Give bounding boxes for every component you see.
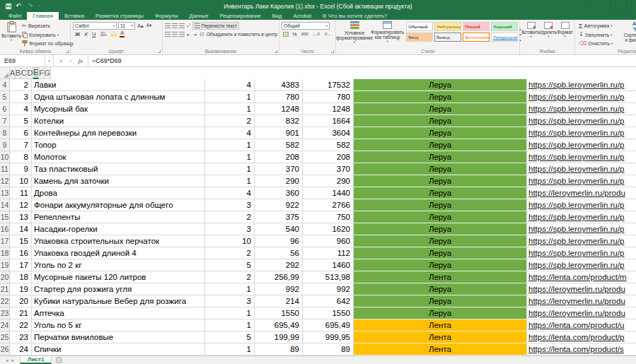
ribbon-tab[interactable]: Рецензирование (214, 12, 267, 20)
dialog-launcher-icon[interactable] (274, 50, 277, 53)
cell-index[interactable]: 5 (10, 115, 32, 127)
cell-item-name[interactable]: Котелки (32, 115, 205, 127)
cell-item-name[interactable]: Репелленты (32, 211, 205, 223)
cell-price[interactable]: 375 (255, 211, 303, 223)
insert-function-button[interactable]: fx (78, 57, 83, 64)
increase-font-button[interactable]: А▴ (137, 23, 144, 29)
cell-quantity[interactable]: 1 (205, 163, 255, 175)
cell-store[interactable]: Леруа (354, 151, 527, 163)
cell-link[interactable]: https://spb.leroymerlin.ru/p (527, 139, 636, 151)
cell-item-name[interactable]: Уголь по 5 кг (32, 319, 205, 331)
format-cells-button[interactable]: Формат ▾ (557, 21, 573, 48)
cell-price[interactable]: 89 (255, 344, 303, 356)
cell-item-name[interactable]: Перчатки виниловые (32, 331, 205, 344)
cell-index[interactable]: 23 (10, 331, 32, 344)
format-as-table-button[interactable]: Форматировать как таблицу ▾ (371, 21, 404, 48)
cell-link[interactable]: https://leroymerlin.ru/produ (527, 307, 636, 319)
cell-price[interactable]: 1248 (255, 103, 303, 115)
cell-quantity[interactable]: 1 (205, 103, 255, 115)
cell-store[interactable]: Леруа (354, 259, 527, 271)
cell-total[interactable]: 3604 (303, 127, 354, 139)
cell-total[interactable]: 642 (303, 295, 354, 307)
row-header[interactable]: 6 (0, 103, 10, 115)
borders-icon[interactable]: ⊞▾ (99, 30, 108, 37)
cell-total[interactable]: 1664 (303, 115, 354, 127)
column-header[interactable]: C (21, 67, 28, 79)
row-header[interactable]: 7 (0, 115, 10, 127)
cell-link[interactable]: https://leroymerlin.ru/produ (527, 283, 636, 295)
cell-price[interactable]: 582 (255, 139, 303, 151)
cell-index[interactable]: 15 (10, 235, 32, 247)
cell-style-chip[interactable]: Обычный (406, 22, 433, 31)
cell-item-name[interactable]: Фонари аккумуляторные для общего (32, 199, 205, 211)
cell-store[interactable]: Леруа (354, 91, 527, 103)
cell-link[interactable]: https://spb.leroymerlin.ru/p (527, 103, 636, 115)
cell-quantity[interactable]: 3 (205, 295, 255, 307)
cell-item-name[interactable]: Мусорные пакеты 120 литров (32, 271, 205, 283)
cell-index[interactable]: 17 (10, 259, 32, 271)
cell-link[interactable]: https://spb.leroymerlin.ru/p (527, 79, 636, 91)
align-right-icon[interactable] (179, 32, 185, 37)
cell-link[interactable]: https://spb.leroymerlin.ru/p (527, 211, 636, 223)
font-family-select[interactable]: Calibri ▾ (73, 22, 117, 30)
number-format-select[interactable]: Общий ▾ (282, 22, 330, 30)
cell-quantity[interactable]: 2 (205, 115, 255, 127)
cell-price[interactable]: 780 (255, 91, 303, 103)
cell-quantity[interactable]: 4 (205, 127, 255, 139)
cell-index[interactable]: 16 (10, 247, 32, 259)
comma-style-button[interactable]: 000 (301, 32, 309, 36)
cell-index[interactable]: 18 (10, 271, 32, 283)
row-header[interactable]: 10 (0, 151, 10, 163)
cell-store[interactable]: Леруа (354, 163, 527, 175)
cancel-icon[interactable]: ✕ (59, 58, 64, 64)
name-box-dropdown[interactable]: ▾ (45, 55, 54, 66)
cell-total[interactable]: 2766 (303, 199, 354, 211)
cell-price[interactable]: 214 (255, 295, 303, 307)
align-left-icon[interactable] (165, 32, 170, 37)
cell-style-chip[interactable]: Нейтральный (434, 22, 461, 31)
cell-link[interactable]: https://spb.leroymerlin.ru/p (527, 247, 636, 259)
cell-index[interactable]: 14 (10, 223, 32, 235)
cell-index[interactable]: 10 (10, 175, 32, 187)
cell-price[interactable]: 290 (255, 175, 303, 187)
cell-link[interactable]: https://spb.leroymerlin.ru/p (527, 115, 636, 127)
cell-index[interactable]: 11 (10, 187, 32, 199)
cell-store[interactable]: Леруа (354, 235, 527, 247)
cell-store[interactable]: Лента (354, 271, 527, 283)
cell-quantity[interactable]: 5 (205, 259, 255, 271)
cell-quantity[interactable]: 2 (205, 211, 255, 223)
cell-price[interactable]: 199,99 (255, 331, 303, 344)
cell-total[interactable]: 112 (303, 247, 354, 259)
row-header[interactable]: 23 (0, 307, 10, 319)
wrap-text-button[interactable]: Перенести текст (192, 22, 239, 30)
cell-index[interactable]: 12 (10, 199, 32, 211)
cell-total[interactable]: 1620 (303, 223, 354, 235)
ribbon-tab[interactable]: Acrobat (287, 12, 317, 20)
name-box[interactable]: E69 (0, 55, 45, 66)
cell-link[interactable]: https://spb.leroymerlin.ru/p (527, 235, 636, 247)
cell-quantity[interactable]: 3 (205, 223, 255, 235)
row-header[interactable]: 18 (0, 247, 10, 259)
cell-price[interactable]: 992 (255, 283, 303, 295)
sheet-tab[interactable]: Лист1 (20, 356, 52, 364)
align-middle-icon[interactable] (172, 23, 178, 28)
cell-item-name[interactable]: Одна штыковая лопата с длинным (32, 91, 205, 103)
cell-store[interactable]: Леруа (354, 79, 527, 91)
ribbon-tab[interactable]: Вид (267, 12, 288, 20)
cell-total[interactable]: 208 (303, 151, 354, 163)
cell-quantity[interactable]: 5 (205, 331, 255, 344)
cell-store[interactable]: Леруа (354, 115, 527, 127)
cell-price[interactable]: 901 (255, 127, 303, 139)
cell-total[interactable]: 780 (303, 91, 354, 103)
ribbon-tab[interactable]: Данные (184, 12, 214, 20)
enter-icon[interactable]: ✓ (69, 58, 74, 64)
cell-link[interactable]: https://lenta.com/product/p (527, 331, 636, 344)
increase-indent-icon[interactable]: ⇥ (192, 32, 197, 37)
cell-total[interactable]: 1440 (303, 187, 354, 199)
cell-link[interactable]: https://spb.leroymerlin.ru/p (527, 259, 636, 271)
cell-price[interactable]: 832 (255, 115, 303, 127)
row-header[interactable]: 9 (0, 139, 10, 151)
next-sheet-icon[interactable]: ▸ (12, 358, 15, 363)
cell-price[interactable]: 370 (255, 163, 303, 175)
cell-store[interactable]: Леруа (354, 175, 527, 187)
